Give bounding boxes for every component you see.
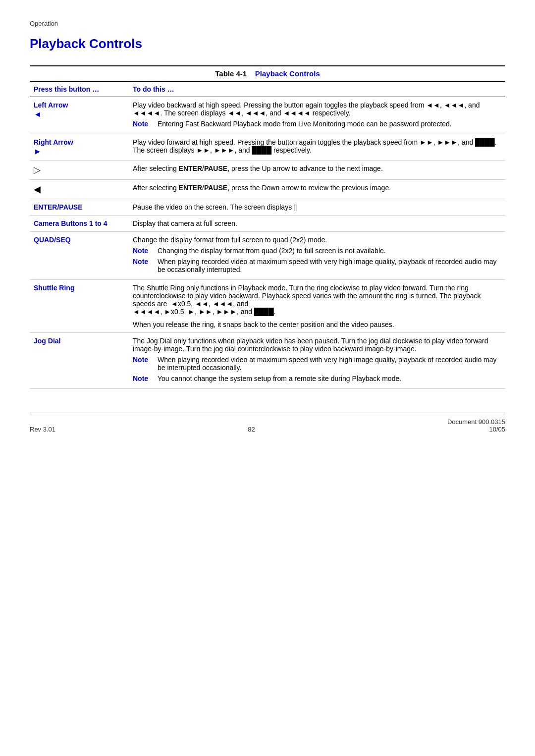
description-enter-pause: Pause the video on the screen. The scree… (129, 199, 505, 216)
description-jog-dial: The Jog Dial only functions when playbac… (129, 333, 505, 389)
table-row: Right Arrow ► Play video forward at high… (30, 134, 505, 161)
table-row: Left Arrow ◄ Play video backward at high… (30, 97, 505, 134)
breadcrumb: Operation (30, 20, 505, 27)
footer-left: Rev 3.01 (30, 426, 55, 433)
description-left-arrow: Play video backward at high speed. Press… (129, 97, 505, 134)
button-label-camera-buttons: Camera Buttons 1 to 4 (30, 216, 129, 232)
note-block: Note When playing recorded video at maxi… (133, 258, 501, 273)
table-header-row: Press this button … To do this … (30, 82, 505, 97)
footer-center: 82 (248, 426, 255, 433)
button-label-jog-dial: Jog Dial (30, 333, 129, 389)
description-up-arrow: After selecting ENTER/PAUSE, press the U… (129, 161, 505, 180)
playback-controls-table: Press this button … To do this … Left Ar… (30, 82, 505, 389)
description-down-arrow: After selecting ENTER/PAUSE, press the D… (129, 180, 505, 199)
button-label-down-symbol: ◀ (30, 180, 129, 199)
description-camera-buttons: Display that camera at full screen. (129, 216, 505, 232)
note-block: Note Changing the display format from qu… (133, 247, 501, 255)
button-label-shuttle-ring: Shuttle Ring (30, 280, 129, 333)
page-title: Playback Controls (30, 36, 505, 52)
note-block: Note You cannot change the system setup … (133, 375, 501, 382)
table-row: ENTER/PAUSE Pause the video on the scree… (30, 199, 505, 216)
note-block: Note When playing recorded video at maxi… (133, 356, 501, 372)
table-title: Table 4-1 Playback Controls (215, 69, 320, 78)
col1-header: Press this button … (30, 82, 129, 97)
description-right-arrow: Play video forward at high speed. Pressi… (129, 134, 505, 161)
table-row: ◀ After selecting ENTER/PAUSE, press the… (30, 180, 505, 199)
col2-header: To do this … (129, 82, 505, 97)
table-row: QUAD/SEQ Change the display format from … (30, 232, 505, 280)
button-label-quad-seq: QUAD/SEQ (30, 232, 129, 280)
table-title-container: Table 4-1 Playback Controls (30, 65, 505, 82)
footer: Rev 3.01 82 Document 900.0315 10/05 (30, 413, 505, 433)
note-block: Note Entering Fast Backward Playback mod… (133, 120, 501, 128)
description-shuttle-ring: The Shuttle Ring only functions in Playb… (129, 280, 505, 333)
table-row: Jog Dial The Jog Dial only functions whe… (30, 333, 505, 389)
table-row: Shuttle Ring The Shuttle Ring only funct… (30, 280, 505, 333)
description-quad-seq: Change the display format from full scre… (129, 232, 505, 280)
table-row: Camera Buttons 1 to 4 Display that camer… (30, 216, 505, 232)
button-label-right-arrow: Right Arrow ► (30, 134, 129, 161)
button-label-enter-pause: ENTER/PAUSE (30, 199, 129, 216)
footer-right: Document 900.0315 10/05 (447, 418, 505, 433)
button-label-left-arrow: Left Arrow ◄ (30, 97, 129, 134)
button-label-up-symbol: ▷ (30, 161, 129, 180)
table-row: ▷ After selecting ENTER/PAUSE, press the… (30, 161, 505, 180)
